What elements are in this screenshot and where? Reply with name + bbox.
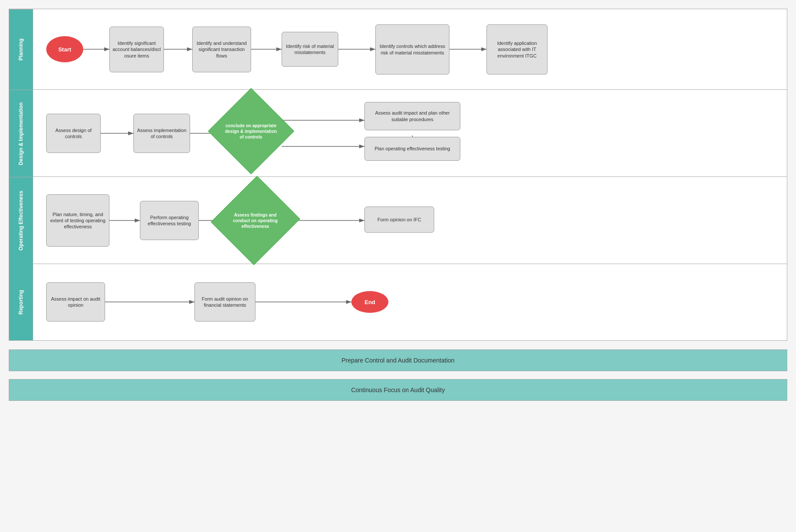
node-o4: Form opinion on IFC — [364, 207, 434, 233]
lane-label-reporting: Reporting — [9, 264, 33, 340]
node-r2: Form audit opinion on financial statemen… — [194, 282, 255, 322]
lane-label-design: Design & Implementation — [9, 90, 33, 177]
node-p1: Identify significant account balances/di… — [109, 27, 164, 72]
swim-lanes: Planning Design & Implementation Operati… — [9, 9, 787, 340]
lane-operating: Plan nature, timing, and extent of testi… — [33, 177, 787, 264]
node-d2: Assess implementation of controls — [133, 114, 190, 153]
lane-labels: Planning Design & Implementation Operati… — [9, 9, 33, 340]
lane-label-operating: Operating Effectiveness — [9, 177, 33, 264]
node-r1: Assess impact on audit opinion — [46, 282, 105, 322]
node-d4: Assess audit impact and plan other suita… — [364, 102, 460, 130]
lane-design: Assess design of controls Assess impleme… — [33, 90, 787, 177]
lane-label-planning: Planning — [9, 9, 33, 90]
bar2-label: Continuous Focus on Audit Quality — [351, 386, 445, 393]
node-d5: Plan operating effectiveness testing — [364, 137, 460, 161]
node-o3: Assess findings and conduct on operating… — [211, 176, 300, 265]
node-o1: Plan nature, timing, and extent of testi… — [46, 194, 109, 247]
bar1-label: Prepare Control and Audit Documentation — [341, 357, 454, 364]
flowchart: Planning Design & Implementation Operati… — [9, 9, 787, 341]
page: Planning Design & Implementation Operati… — [0, 0, 796, 532]
diamond-d3-label: conclude on appropriate design & impleme… — [221, 121, 281, 142]
lane-planning: Start Identify significant account balan… — [33, 9, 787, 90]
node-d1: Assess design of controls — [46, 114, 101, 153]
node-p4: Identify controls which address risk of … — [375, 24, 449, 75]
node-p3: Identify risk of material misstatements — [282, 32, 338, 67]
node-o2: Perform operating effectiveness testing — [140, 201, 199, 240]
bottom-bar-1: Prepare Control and Audit Documentation — [9, 349, 787, 371]
bottom-bar-2: Continuous Focus on Audit Quality — [9, 379, 787, 401]
node-p5: Identify application associated with IT … — [486, 24, 548, 75]
lanes-content: Start Identify significant account balan… — [33, 9, 787, 340]
node-p2: Identify and understand significant tran… — [192, 27, 251, 72]
node-d3: conclude on appropriate design & impleme… — [208, 88, 294, 174]
lane-reporting: Assess impact on audit opinion Form audi… — [33, 264, 787, 340]
end-node: End — [351, 291, 388, 313]
start-node: Start — [46, 36, 83, 62]
reporting-arrows — [33, 264, 787, 340]
diamond-o3-label: Assess findings and conduct on operating… — [225, 210, 286, 231]
